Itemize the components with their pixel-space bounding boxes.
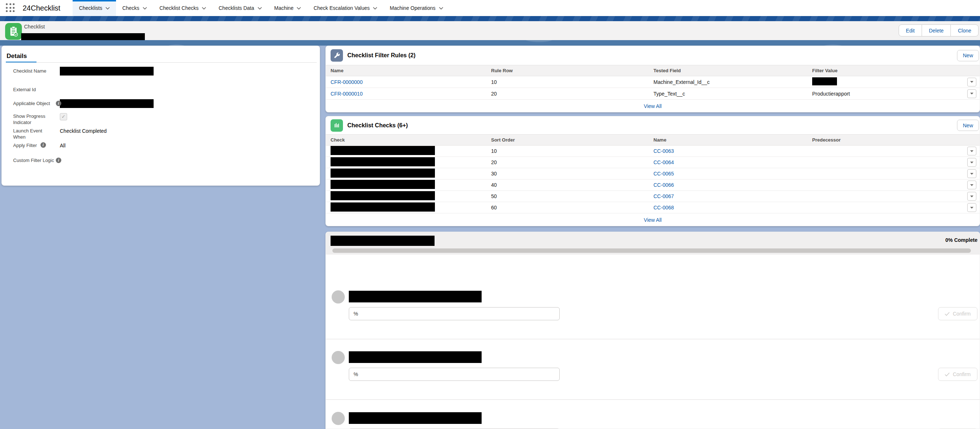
column-header-name: Name (326, 68, 486, 73)
row-actions-button[interactable] (967, 78, 976, 86)
check-link[interactable]: CC-0064 (654, 159, 674, 165)
check-link[interactable]: CC-0066 (654, 182, 674, 188)
view-all-checks-link[interactable]: View All (644, 217, 662, 223)
record-header: Checklist Edit Delete Clone (0, 21, 980, 40)
tab-checks[interactable]: Checks (116, 0, 153, 16)
check-link[interactable]: CC-0065 (654, 171, 674, 176)
dropdown-triangle-icon (970, 150, 974, 152)
cell-sort-order: 40 (486, 182, 649, 188)
wrench-icon (333, 52, 340, 59)
app-launcher-icon[interactable] (6, 3, 15, 13)
tab-checklists-data[interactable]: Checklists Data (212, 0, 268, 16)
cell-sort-order: 60 (486, 205, 649, 210)
confirm-button[interactable]: Confirm (938, 368, 977, 381)
column-header-sort-order: Sort Order (486, 137, 649, 143)
tab-checklists[interactable]: Checklists (73, 0, 116, 16)
check-link[interactable]: CC-0067 (654, 193, 674, 199)
confirm-button[interactable]: Confirm (938, 307, 977, 320)
main-content: Details Checklist Name External Id Appli… (0, 46, 980, 429)
field-label: Apply Filter i (13, 142, 56, 148)
filter-rule-link[interactable]: CFR-0000010 (331, 91, 363, 97)
table-header: Name Rule Row Tested Field Filter Value (326, 65, 980, 76)
checklist-progress-panel: 0% Complete Confirm Confirm (325, 232, 980, 429)
edit-button[interactable]: Edit (899, 25, 922, 36)
new-filter-rule-button[interactable]: New (957, 50, 979, 61)
field-label: Show Progress Indicator (13, 113, 56, 126)
row-actions-button[interactable] (967, 192, 976, 201)
redacted-check-name (331, 157, 435, 166)
info-icon[interactable]: i (40, 142, 46, 148)
table-row: 50 CC-0067 (326, 191, 980, 202)
tab-machine[interactable]: Machine (268, 0, 307, 16)
dropdown-triangle-icon (970, 81, 974, 83)
tab-details[interactable]: Details (6, 52, 27, 60)
dropdown-triangle-icon (970, 162, 974, 164)
progress-item: Confirm (332, 291, 980, 322)
checkmark-icon: ✓ (62, 114, 66, 119)
chevron-down-icon (373, 7, 377, 10)
divider (326, 339, 980, 339)
filter-rules-icon (331, 49, 343, 62)
avatar (332, 291, 345, 303)
cell-sort-order: 30 (486, 171, 649, 176)
percent-input[interactable] (349, 368, 560, 381)
column-header-predecessor: Predecessor (807, 137, 961, 143)
app-name: 24Checklist (22, 4, 60, 13)
avatar (332, 351, 345, 364)
redacted-value (60, 99, 154, 108)
delete-button[interactable]: Delete (922, 25, 950, 36)
divider (6, 62, 317, 63)
tab-check-escalation-values[interactable]: Check Escalation Values (307, 0, 383, 16)
checklist-checks-panel: Checklist Checks (6+) New Check Sort Ord… (325, 116, 980, 226)
field-label: Custom Filter Logic (13, 157, 56, 164)
redacted-check-name (331, 146, 435, 155)
redacted-item-title (349, 351, 482, 363)
info-icon[interactable]: i (56, 157, 61, 163)
tab-label: Machine (274, 5, 294, 11)
progress-header: 0% Complete (326, 232, 980, 255)
check-link[interactable]: CC-0068 (654, 205, 674, 210)
redacted-check-name (331, 168, 435, 178)
checklist-filter-rules-panel: Checklist Filter Rules (2) New Name Rule… (325, 46, 980, 112)
row-actions-button[interactable] (967, 181, 976, 189)
filter-rule-link[interactable]: CFR-0000000 (331, 79, 363, 85)
chevron-down-icon (105, 7, 110, 10)
row-actions-button[interactable] (967, 147, 976, 156)
checklist-checks-icon (331, 119, 343, 132)
row-actions-button[interactable] (967, 169, 976, 178)
field-label: Launch Event When (13, 128, 56, 140)
field-external-id: External Id (2, 86, 320, 93)
tab-checklist-checks[interactable]: Checklist Checks (153, 0, 212, 16)
percent-complete-label: 0% Complete (945, 237, 977, 243)
row-actions-button[interactable] (967, 158, 976, 167)
bars-icon (333, 122, 340, 129)
table-row: 60 CC-0068 (326, 202, 980, 213)
checkmark-icon (945, 372, 950, 377)
cell-sort-order: 20 (486, 159, 649, 165)
table-header: Check Sort Order Name Predecessor (326, 134, 980, 146)
percent-input[interactable] (349, 307, 560, 320)
nav-tabs: Checklists Checks Checklist Checks Check… (73, 0, 449, 16)
field-custom-filter-logic: Custom Filter Logic i (2, 157, 320, 164)
field-applicable-object: Applicable Object i (2, 100, 320, 110)
info-icon[interactable]: i (56, 101, 61, 106)
new-check-button[interactable]: New (957, 120, 979, 131)
clone-button[interactable]: Clone (950, 25, 978, 36)
column-header-rule-row: Rule Row (486, 68, 649, 73)
progress-items: Confirm Confirm Confir (326, 255, 980, 429)
check-link[interactable]: CC-0063 (654, 148, 674, 154)
field-apply-filter: Apply Filter i All (2, 142, 320, 149)
dropdown-triangle-icon (970, 93, 974, 94)
view-all-filter-rules-link[interactable]: View All (644, 103, 662, 109)
divider (326, 399, 980, 400)
panel-title: Checklist Checks (6+) (347, 122, 408, 129)
clipboard-check-icon (7, 25, 20, 38)
progress-item: Confirm (332, 412, 980, 429)
table-row: 20 CC-0064 (326, 157, 980, 168)
row-actions-button[interactable] (967, 89, 976, 98)
show-progress-checkbox[interactable]: ✓ (60, 113, 67, 121)
row-actions-button[interactable] (967, 203, 976, 212)
confirm-label: Confirm (953, 371, 970, 377)
dropdown-triangle-icon (970, 207, 974, 209)
tab-machine-operations[interactable]: Machine Operations (383, 0, 449, 16)
